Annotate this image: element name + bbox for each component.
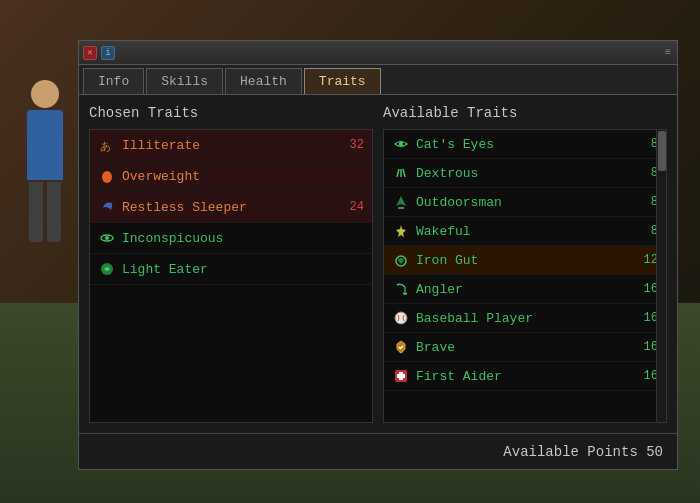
scrollbar-thumb[interactable] (658, 131, 666, 171)
baseball-player-icon (392, 309, 410, 327)
trait-baseball-player[interactable]: Baseball Player 16 (384, 304, 666, 333)
trait-wakeful[interactable]: Wakeful 8 (384, 217, 666, 246)
available-traits-scrollbar[interactable] (656, 130, 666, 422)
trait-first-aider[interactable]: First Aider 16 (384, 362, 666, 391)
angler-cost: 16 (638, 282, 658, 296)
available-traits-title: Available Traits (383, 105, 667, 121)
inconspicuous-icon (98, 229, 116, 247)
chosen-traits-section: Chosen Traits あ Illiterate 32 Overweight (89, 105, 373, 423)
cats-eyes-icon (392, 135, 410, 153)
angler-name: Angler (416, 282, 632, 297)
available-traits-section: Available Traits Cat's Eyes 8 Dextrous 8 (383, 105, 667, 423)
illiterate-name: Illiterate (122, 138, 338, 153)
trait-brave[interactable]: Brave 16 (384, 333, 666, 362)
restless-sleeper-cost: 24 (344, 200, 364, 214)
tab-traits[interactable]: Traits (304, 68, 381, 94)
light-eater-icon (98, 260, 116, 278)
dextrous-icon (392, 164, 410, 182)
baseball-player-cost: 16 (638, 311, 658, 325)
content-area: Chosen Traits あ Illiterate 32 Overweight (79, 95, 677, 433)
svg-point-5 (399, 141, 403, 147)
first-aider-name: First Aider (416, 369, 632, 384)
brave-icon (392, 338, 410, 356)
trait-outdoorsman[interactable]: Outdoorsman 8 (384, 188, 666, 217)
cats-eyes-name: Cat's Eyes (416, 137, 632, 152)
cats-eyes-cost: 8 (638, 137, 658, 151)
trait-angler[interactable]: Angler 16 (384, 275, 666, 304)
tab-bar: Info Skills Health Traits (79, 65, 677, 95)
first-aider-cost: 16 (638, 369, 658, 383)
svg-point-1 (102, 171, 112, 183)
drag-handle: ≡ (665, 47, 671, 58)
char-leg-left (29, 182, 43, 242)
title-bar: ✕ i ≡ (79, 41, 677, 65)
dextrous-name: Dextrous (416, 166, 632, 181)
main-window: ✕ i ≡ Info Skills Health Traits Chosen T… (78, 40, 678, 470)
wakeful-icon (392, 222, 410, 240)
overweight-icon (98, 167, 116, 185)
trait-illiterate[interactable]: あ Illiterate 32 (90, 130, 372, 161)
outdoorsman-name: Outdoorsman (416, 195, 632, 210)
inconspicuous-name: Inconspicuous (122, 231, 338, 246)
svg-point-3 (105, 236, 109, 240)
outdoorsman-icon (392, 193, 410, 211)
svg-text:あ: あ (100, 141, 111, 153)
svg-point-7 (395, 312, 407, 324)
light-eater-name: Light Eater (122, 262, 338, 277)
baseball-player-name: Baseball Player (416, 311, 632, 326)
illiterate-cost: 32 (344, 138, 364, 152)
angler-icon (392, 280, 410, 298)
available-points-label: Available Points 50 (503, 444, 663, 460)
char-head (31, 80, 59, 108)
close-button[interactable]: ✕ (83, 46, 97, 60)
iron-gut-icon (392, 251, 410, 269)
overweight-name: Overweight (122, 169, 338, 184)
wakeful-name: Wakeful (416, 224, 632, 239)
restless-sleeper-icon (98, 198, 116, 216)
trait-inconspicuous[interactable]: Inconspicuous (90, 223, 372, 254)
brave-cost: 16 (638, 340, 658, 354)
iron-gut-name: Iron Gut (416, 253, 632, 268)
dextrous-cost: 8 (638, 166, 658, 180)
info-button[interactable]: i (101, 46, 115, 60)
char-body (27, 110, 63, 180)
tab-skills[interactable]: Skills (146, 68, 223, 94)
trait-light-eater[interactable]: Light Eater (90, 254, 372, 285)
trait-cats-eyes[interactable]: Cat's Eyes 8 (384, 130, 666, 159)
tab-info[interactable]: Info (83, 68, 144, 94)
first-aider-icon (392, 367, 410, 385)
iron-gut-cost: 12 (638, 253, 658, 267)
char-leg-right (47, 182, 61, 242)
character-avatar (10, 80, 80, 280)
brave-name: Brave (416, 340, 632, 355)
chosen-traits-title: Chosen Traits (89, 105, 373, 121)
trait-dextrous[interactable]: Dextrous 8 (384, 159, 666, 188)
trait-overweight[interactable]: Overweight (90, 161, 372, 192)
illiterate-icon: あ (98, 136, 116, 154)
char-legs (10, 182, 80, 242)
tab-health[interactable]: Health (225, 68, 302, 94)
available-traits-list: Cat's Eyes 8 Dextrous 8 Outdoorsman 8 (383, 129, 667, 423)
outdoorsman-cost: 8 (638, 195, 658, 209)
restless-sleeper-name: Restless Sleeper (122, 200, 338, 215)
trait-iron-gut[interactable]: Iron Gut 12 (384, 246, 666, 275)
chosen-traits-list: あ Illiterate 32 Overweight Res (89, 129, 373, 423)
bottom-bar: Available Points 50 (79, 433, 677, 469)
wakeful-cost: 8 (638, 224, 658, 238)
trait-restless-sleeper[interactable]: Restless Sleeper 24 (90, 192, 372, 223)
svg-rect-10 (397, 374, 405, 378)
